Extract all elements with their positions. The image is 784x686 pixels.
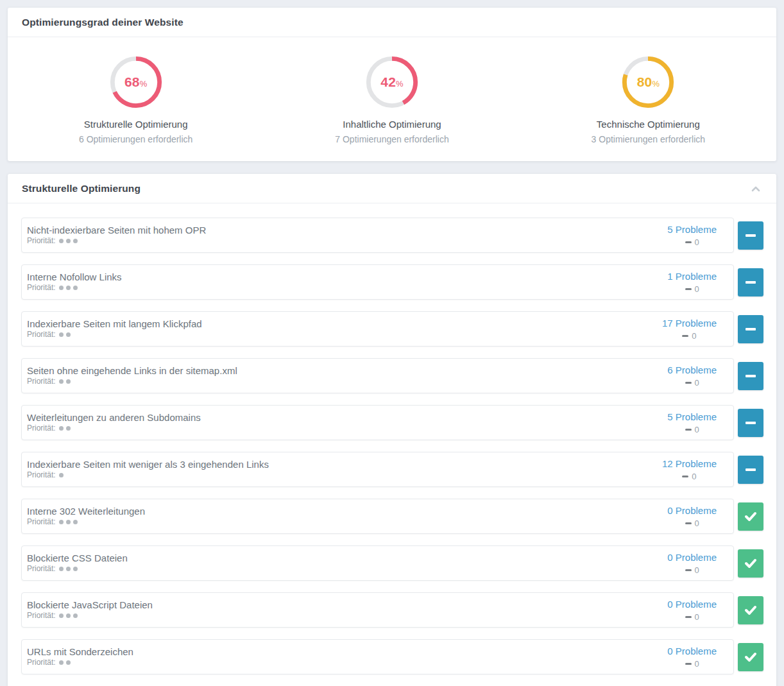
issue-status-button[interactable] bbox=[738, 502, 763, 531]
problems-link[interactable]: 0 Probleme bbox=[667, 599, 717, 610]
resolved-line: 0 bbox=[685, 659, 699, 669]
issue-status-button[interactable] bbox=[738, 596, 763, 624]
resolved-line: 0 bbox=[685, 519, 699, 528]
priority-label: Priorität: bbox=[27, 470, 56, 479]
issue-title: Indexierbare Seiten mit weniger als 3 ei… bbox=[27, 459, 662, 470]
table-row: Interne Nofollow Links Priorität: 1 Prob… bbox=[21, 264, 763, 300]
issue-card[interactable]: Interne 302 Weiterleitungen Priorität: 0… bbox=[21, 499, 734, 534]
table-row: Seiten ohne eingehende Links in der site… bbox=[21, 358, 763, 393]
problems-link[interactable]: 5 Probleme bbox=[667, 224, 717, 235]
gauge-label: Strukturelle Optimierung bbox=[84, 119, 188, 130]
gauge-percent-unit: % bbox=[396, 79, 404, 89]
issue-status-button[interactable] bbox=[738, 315, 763, 343]
minus-badge-icon bbox=[685, 429, 692, 431]
issue-priority: Priorität: bbox=[27, 564, 667, 573]
section-panel: Strukturelle Optimierung Nicht-indexierb… bbox=[8, 174, 776, 686]
gauge-ring: 80% bbox=[620, 54, 676, 110]
issue-status-button[interactable] bbox=[738, 362, 763, 390]
priority-dot-icon bbox=[73, 520, 78, 524]
issue-priority: Priorität: bbox=[27, 236, 667, 245]
gauge: 68% Strukturelle Optimierung 6 Optimieru… bbox=[8, 54, 264, 144]
overview-panel: Optimierungsgrad deiner Website 68% Stru… bbox=[8, 8, 776, 161]
resolved-line: 0 bbox=[682, 472, 696, 481]
resolved-line: 0 bbox=[682, 331, 696, 341]
issue-stats: 0 Probleme 0 bbox=[667, 551, 717, 575]
priority-dot-icon bbox=[66, 660, 71, 665]
gauge-percent-unit: % bbox=[140, 79, 148, 89]
resolved-line: 0 bbox=[685, 378, 699, 388]
priority-dot-icon bbox=[73, 286, 78, 290]
priority-dot-icon bbox=[73, 239, 78, 243]
collapse-section-button[interactable] bbox=[749, 184, 762, 194]
problems-link[interactable]: 0 Probleme bbox=[667, 505, 717, 516]
problems-link[interactable]: 0 Probleme bbox=[667, 552, 717, 563]
issue-card[interactable]: Indexierbare Seiten mit weniger als 3 ei… bbox=[21, 452, 734, 487]
issue-priority: Priorität: bbox=[27, 424, 667, 433]
minus-badge-icon bbox=[682, 476, 688, 477]
priority-dot-icon bbox=[59, 473, 64, 477]
problems-link[interactable]: 1 Probleme bbox=[667, 271, 717, 282]
issue-status-button[interactable] bbox=[738, 643, 763, 671]
priority-dot-icon bbox=[66, 286, 71, 290]
issue-title: Indexierbare Seiten mit langem Klickpfad bbox=[27, 318, 662, 329]
priority-label: Priorität: bbox=[27, 330, 56, 339]
issue-list: Nicht-indexierbare Seiten mit hohem OPR … bbox=[8, 203, 776, 686]
gauge-percent-unit: % bbox=[652, 79, 660, 89]
priority-label: Priorität: bbox=[27, 517, 56, 526]
resolved-count: 0 bbox=[695, 378, 699, 388]
resolved-count: 0 bbox=[695, 237, 699, 247]
issue-card[interactable]: Blockierte CSS Dateien Priorität: 0 Prob… bbox=[21, 545, 734, 581]
priority-dot-icon bbox=[59, 567, 64, 571]
gauge-subtitle: 3 Optimierungen erforderlich bbox=[592, 134, 705, 144]
issue-status-button[interactable] bbox=[738, 456, 763, 484]
problems-link[interactable]: 0 Probleme bbox=[667, 646, 717, 656]
resolved-count: 0 bbox=[695, 612, 699, 622]
minus-badge-icon bbox=[685, 663, 692, 665]
priority-dot-icon bbox=[59, 426, 64, 431]
issue-card[interactable]: Weiterleitungen zu anderen Subdomains Pr… bbox=[21, 405, 734, 440]
issue-card[interactable]: Interne Nofollow Links Priorität: 1 Prob… bbox=[21, 264, 734, 300]
table-row: Blockierte JavaScript Dateien Priorität:… bbox=[21, 592, 763, 628]
priority-label: Priorität: bbox=[27, 377, 56, 386]
problems-link[interactable]: 12 Probleme bbox=[662, 458, 717, 469]
issue-card-main: Nicht-indexierbare Seiten mit hohem OPR … bbox=[27, 223, 667, 247]
issue-stats: 0 Probleme 0 bbox=[667, 504, 717, 528]
issue-stats: 6 Probleme 0 bbox=[667, 364, 717, 388]
issue-priority: Priorität: bbox=[27, 283, 667, 292]
issue-title: Interne Nofollow Links bbox=[27, 271, 667, 282]
issue-title: Nicht-indexierbare Seiten mit hohem OPR bbox=[27, 225, 667, 236]
issue-status-button[interactable] bbox=[738, 409, 763, 437]
issue-card-main: URLs mit Sonderzeichen Priorität: bbox=[27, 645, 667, 669]
problems-link[interactable]: 17 Probleme bbox=[662, 318, 717, 329]
issue-title: Weiterleitungen zu anderen Subdomains bbox=[27, 412, 667, 423]
priority-dots bbox=[59, 379, 73, 384]
issue-card[interactable]: Seiten ohne eingehende Links in der site… bbox=[21, 358, 734, 393]
problems-link[interactable]: 5 Probleme bbox=[667, 411, 717, 422]
gauge-ring: 42% bbox=[364, 54, 420, 110]
priority-label: Priorität: bbox=[27, 611, 56, 620]
issue-card-main: Blockierte CSS Dateien Priorität: bbox=[27, 551, 667, 575]
priority-dot-icon bbox=[59, 332, 64, 337]
priority-dot-icon bbox=[59, 613, 64, 618]
issue-card[interactable]: Indexierbare Seiten mit langem Klickpfad… bbox=[21, 311, 734, 347]
priority-dot-icon bbox=[73, 567, 78, 571]
issue-status-button[interactable] bbox=[738, 549, 763, 578]
issue-status-button[interactable] bbox=[738, 268, 763, 296]
issue-card[interactable]: Blockierte JavaScript Dateien Priorität:… bbox=[21, 592, 734, 628]
priority-dot-icon bbox=[59, 520, 64, 524]
priority-dots bbox=[59, 332, 73, 337]
minus-badge-icon bbox=[685, 288, 692, 290]
resolved-count: 0 bbox=[695, 284, 699, 294]
gauge-percent-value: 42 bbox=[380, 74, 396, 90]
resolved-count: 0 bbox=[692, 472, 696, 481]
problems-link[interactable]: 6 Probleme bbox=[667, 364, 717, 375]
priority-label: Priorität: bbox=[27, 283, 56, 292]
overview-panel-header: Optimierungsgrad deiner Website bbox=[8, 8, 776, 37]
issue-card[interactable]: Nicht-indexierbare Seiten mit hohem OPR … bbox=[21, 218, 734, 253]
issue-status-button[interactable] bbox=[738, 221, 763, 250]
gauge: 80% Technische Optimierung 3 Optimierung… bbox=[520, 54, 776, 144]
priority-dots bbox=[59, 286, 80, 290]
issue-stats: 5 Probleme 0 bbox=[667, 411, 717, 434]
priority-dots bbox=[59, 520, 80, 524]
issue-card[interactable]: URLs mit Sonderzeichen Priorität: 0 Prob… bbox=[21, 639, 734, 674]
